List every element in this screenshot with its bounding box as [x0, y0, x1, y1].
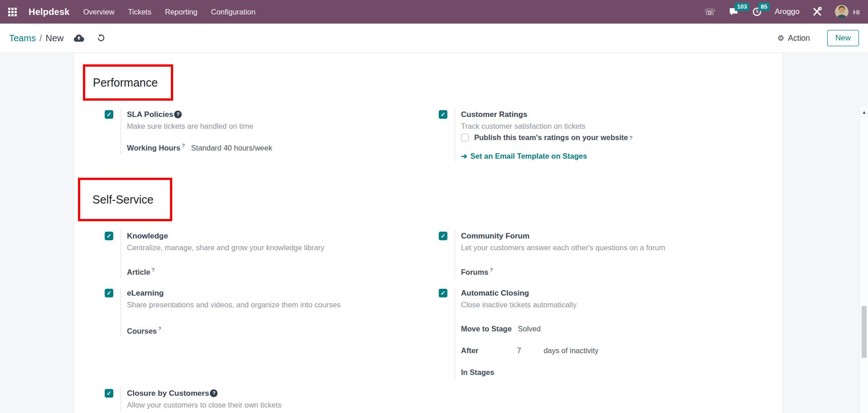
nav-item-tickets[interactable]: Tickets	[128, 8, 151, 16]
automatic-closing-desc: Close inactive tickets automatically	[461, 299, 782, 311]
courses-label: Courses	[127, 326, 157, 335]
community-forum-title: Community Forum	[461, 230, 782, 242]
closure-by-customers-checkbox[interactable]: ✓	[105, 389, 113, 398]
nav-item-overview[interactable]: Overview	[83, 8, 115, 16]
in-stages-label: In Stages	[461, 368, 494, 376]
section-title-performance: Performance	[93, 76, 158, 89]
article-label: Article	[127, 268, 150, 276]
publish-ratings-checkbox[interactable]	[461, 134, 469, 141]
control-panel: Teams / New ⚙ Action New	[0, 24, 868, 53]
action-menu-button[interactable]: ⚙ Action	[777, 34, 810, 43]
new-record-button[interactable]: New	[827, 30, 859, 46]
courses-help-sup: ?	[158, 326, 161, 331]
discard-undo-icon[interactable]	[96, 34, 105, 43]
move-to-stage-value[interactable]: Solved	[518, 325, 540, 333]
sla-policies-desc: Make sure tickets are handled on time	[127, 121, 439, 132]
move-to-stage-label: Move to Stage	[461, 325, 512, 333]
setting-customer-ratings: ✓ Customer Ratings Track customer satisf…	[439, 109, 782, 161]
setting-elearning: ✓ eLearning Share presentations and vide…	[105, 287, 439, 379]
knowledge-title: Knowledge	[127, 230, 439, 242]
save-cloud-icon[interactable]	[73, 34, 84, 42]
working-hours-label: Working Hours	[127, 144, 180, 152]
main-content: Performance ✓ SLA Policies ? Make sure t…	[0, 53, 868, 413]
tools-icon[interactable]	[811, 5, 823, 19]
setting-automatic-closing: ✓ Automatic Closing Close inactive ticke…	[439, 287, 782, 379]
top-navbar: Helpdesk Overview Tickets Reporting Conf…	[0, 0, 868, 24]
action-label: Action	[788, 34, 810, 43]
publish-ratings-label: Publish this team's ratings on your webs…	[474, 133, 628, 142]
community-forum-desc: Let your customers answer each other's q…	[461, 242, 782, 253]
settings-form-card: Performance ✓ SLA Policies ? Make sure t…	[73, 53, 783, 413]
voip-phone-icon[interactable]: ☏	[704, 5, 716, 19]
customer-ratings-desc: Track customer satisfaction on tickets	[461, 121, 782, 132]
forums-label: Forums	[461, 268, 489, 276]
messages-count-badge: 103	[735, 3, 749, 11]
elearning-desc: Share presentations and videos, and orga…	[127, 299, 439, 311]
closure-by-customers-desc: Allow your customers to close their own …	[127, 399, 439, 411]
breadcrumb-teams-link[interactable]: Teams	[9, 33, 36, 44]
scrollbar-thumb[interactable]	[862, 306, 867, 358]
annotation-box-self-service: Self-Service	[78, 178, 172, 221]
arrow-right-icon: ➔	[461, 152, 467, 160]
closure-by-customers-title: Closure by Customers	[127, 388, 209, 399]
nav-item-reporting[interactable]: Reporting	[165, 8, 198, 16]
after-label: After	[461, 345, 508, 356]
scroll-up-arrow[interactable]: ▲	[860, 110, 868, 115]
messages-icon[interactable]: 103	[727, 5, 739, 19]
elearning-checkbox[interactable]: ✓	[105, 289, 113, 297]
elearning-title: eLearning	[127, 287, 439, 299]
annotation-box-performance: Performance	[83, 64, 173, 101]
sla-policies-checkbox[interactable]: ✓	[105, 110, 113, 119]
after-days-input[interactable]: 7	[517, 345, 542, 356]
email-template-link[interactable]: ➔ Set an Email Template on Stages	[461, 152, 782, 160]
gear-icon: ⚙	[777, 34, 784, 43]
sla-policies-title: SLA Policies	[127, 109, 173, 120]
setting-sla-policies: ✓ SLA Policies ? Make sure tickets are h…	[105, 109, 439, 161]
app-title[interactable]: Helpdesk	[29, 7, 70, 17]
breadcrumb-separator: /	[39, 33, 42, 44]
help-circle-icon: ?	[174, 111, 182, 118]
community-forum-checkbox[interactable]: ✓	[439, 232, 447, 240]
setting-community-forum: ✓ Community Forum Let your customers ans…	[439, 230, 782, 278]
company-name[interactable]: Aroggo	[775, 7, 800, 16]
working-hours-help-sup: ?	[182, 143, 185, 148]
automatic-closing-checkbox[interactable]: ✓	[439, 289, 447, 297]
vertical-scrollbar[interactable]: ▲	[860, 107, 868, 413]
publish-ratings-help-sup: ?	[630, 135, 633, 141]
activities-icon[interactable]: 85	[751, 5, 763, 19]
user-initials[interactable]: HI	[853, 8, 860, 16]
article-help-sup: ?	[151, 267, 155, 272]
apps-grid-icon[interactable]	[8, 8, 17, 16]
working-hours-value[interactable]: Standard 40 hours/week	[191, 144, 272, 152]
activities-count-badge: 85	[758, 3, 769, 11]
knowledge-desc: Centralize, manage, share and grow your …	[127, 242, 439, 253]
section-title-self-service: Self-Service	[92, 193, 154, 206]
automatic-closing-title: Automatic Closing	[461, 287, 782, 299]
avatar[interactable]	[835, 5, 849, 19]
customer-ratings-checkbox[interactable]: ✓	[439, 110, 447, 119]
nav-item-configuration[interactable]: Configuration	[211, 8, 256, 16]
help-circle-icon: ?	[210, 389, 218, 397]
forums-help-sup: ?	[490, 267, 493, 272]
setting-knowledge: ✓ Knowledge Centralize, manage, share an…	[105, 230, 439, 278]
breadcrumb: Teams / New	[9, 33, 63, 44]
customer-ratings-title: Customer Ratings	[461, 109, 782, 120]
after-days-suffix: days of inactivity	[543, 346, 598, 355]
breadcrumb-current: New	[45, 33, 63, 44]
knowledge-checkbox[interactable]: ✓	[105, 232, 113, 240]
setting-closure-by-customers: ✓ Closure by Customers ? Allow your cust…	[105, 388, 439, 412]
